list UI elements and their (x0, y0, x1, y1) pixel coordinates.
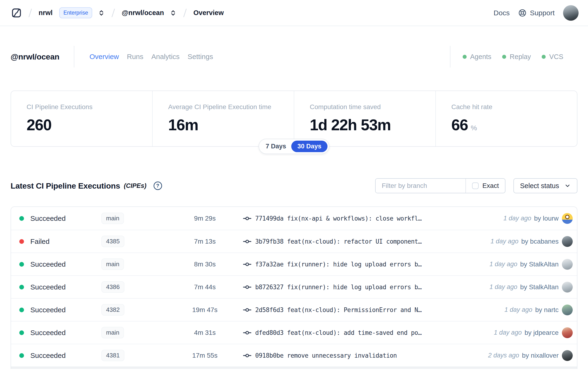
cipe-table: Succeeded main 9m 29s 771499dafix(nx-api… (11, 207, 577, 369)
branch-badge[interactable]: 4385 (101, 236, 124, 247)
workspace-header: @nrwl/ocean Overview Runs Analytics Sett… (11, 45, 577, 68)
git-commit-icon (243, 260, 252, 269)
author: by StalkAltan (520, 261, 559, 268)
status-label: Failed (30, 237, 101, 246)
exact-checkbox[interactable] (472, 183, 479, 189)
status-link-replay[interactable]: Replay (502, 53, 531, 61)
status-label: Succeeded (30, 214, 101, 223)
status-link-vcs[interactable]: VCS (542, 53, 563, 61)
status-select-button[interactable]: Select status (513, 178, 577, 193)
status-link-agents[interactable]: Agents (463, 53, 491, 61)
branch-filter-input[interactable] (376, 179, 465, 193)
table-row[interactable]: Succeeded 4381 17m 55s 0918b0beremove un… (11, 344, 577, 367)
workspace-switcher-icon[interactable] (170, 9, 177, 17)
commit-message[interactable]: dfed80d3feat(nx-cloud): add time-saved e… (255, 329, 494, 336)
table-row[interactable]: Failed 4385 7m 13s 3b79fb38feat(nx-cloud… (11, 230, 577, 252)
author-avatar[interactable] (562, 259, 573, 270)
commit-message[interactable]: 3b79fb38feat(nx-cloud): refactor UI comp… (255, 238, 491, 245)
author: by nixallover (522, 352, 559, 359)
replay-label: Replay (510, 53, 531, 61)
duration: 4m 31s (191, 329, 219, 337)
commit-meta: 1 day ago by jdpearce (494, 329, 559, 337)
user-avatar[interactable] (563, 5, 579, 21)
stat-label: Computation time saved (310, 103, 435, 111)
branch-badge[interactable]: 4381 (101, 350, 124, 361)
support-link[interactable]: Support (518, 9, 555, 17)
breadcrumb-page: Overview (193, 9, 224, 17)
org-switcher-icon[interactable] (98, 9, 105, 17)
range-30-days-button[interactable]: 30 Days (291, 141, 327, 152)
branch-badge[interactable]: main (101, 212, 124, 224)
branch-badge[interactable]: 4386 (101, 281, 124, 293)
author-avatar[interactable] (562, 236, 573, 247)
branch-badge[interactable]: main (101, 327, 124, 338)
main-content: @nrwl/ocean Overview Runs Analytics Sett… (0, 45, 588, 369)
replay-status-dot (502, 55, 506, 59)
range-7-days-button[interactable]: 7 Days (260, 141, 291, 152)
branch-badge[interactable]: main (101, 258, 124, 270)
stat-value: 1d 22h 53m (310, 116, 435, 134)
commit-meta: 1 day ago by nartc (505, 306, 559, 314)
commit-message[interactable]: 2d58f6d3feat(nx-cloud): PermissionError … (255, 306, 505, 313)
duration: 9m 29s (191, 215, 219, 222)
status-label: Succeeded (30, 260, 101, 268)
breadcrumb-workspace[interactable]: @nrwl/ocean (122, 9, 164, 17)
status-label: Succeeded (30, 352, 101, 360)
tab-analytics[interactable]: Analytics (152, 53, 180, 61)
table-row[interactable]: Succeeded 4382 19m 47s 2d58f6d3feat(nx-c… (11, 298, 577, 321)
duration: 7m 44s (191, 283, 219, 291)
time-ago: 1 day ago (490, 283, 517, 291)
docs-link[interactable]: Docs (494, 9, 510, 17)
exact-toggle: Exact (465, 179, 505, 193)
git-commit-icon (243, 214, 252, 223)
time-ago: 2 days ago (488, 352, 519, 359)
commit-message[interactable]: 0918b0beremove unnecessary invalidation (255, 352, 488, 359)
breadcrumb-org[interactable]: nrwl (38, 9, 53, 17)
tab-settings[interactable]: Settings (188, 53, 213, 61)
table-row[interactable]: Succeeded 4386 7m 44s b8726327fix(runner… (11, 275, 577, 298)
author-avatar[interactable] (562, 213, 573, 224)
author-avatar[interactable] (562, 304, 573, 315)
status-dot (19, 285, 24, 289)
author-avatar[interactable] (562, 327, 573, 338)
commit-message[interactable]: f37a32aefix(runner): hide log upload err… (255, 261, 490, 268)
table-row[interactable]: Succeeded main 8m 30s f37a32aefix(runner… (11, 252, 577, 275)
status-select-label: Select status (520, 182, 559, 190)
status-dot (19, 307, 24, 312)
author-avatar[interactable] (562, 350, 573, 361)
date-range-toggle: 7 Days 30 Days (259, 139, 329, 154)
table-row[interactable]: Succeeded main 4m 31s dfed80d3feat(nx-cl… (11, 321, 577, 344)
status-label: Succeeded (30, 283, 101, 291)
author: by StalkAltan (520, 283, 559, 291)
commit-message[interactable]: 771499dafix(nx-api & workflows): close w… (255, 215, 503, 222)
author-avatar[interactable] (562, 282, 573, 292)
branch-badge[interactable]: 4382 (101, 304, 124, 316)
time-ago: 1 day ago (503, 215, 531, 222)
author: by lourw (534, 215, 559, 222)
enterprise-badge: Enterprise (59, 7, 93, 18)
lifebuoy-icon (518, 9, 527, 17)
nx-cloud-logo-icon[interactable] (11, 7, 22, 18)
table-row[interactable]: Succeeded main 9m 29s 771499dafix(nx-api… (11, 207, 577, 230)
help-icon[interactable]: ? (153, 182, 162, 190)
time-ago: 1 day ago (505, 306, 532, 313)
agents-label: Agents (470, 53, 491, 61)
section-title: Latest CI Pipeline Executions (11, 181, 120, 190)
time-ago: 1 day ago (494, 329, 522, 336)
tab-overview[interactable]: Overview (89, 53, 119, 61)
stat-label: Cache hit rate (451, 103, 577, 111)
cipe-section-header: Latest CI Pipeline Executions (CIPEs) ? … (11, 178, 577, 193)
vcs-status-dot (542, 55, 546, 59)
section-title-suffix: (CIPEs) (124, 182, 147, 190)
tab-runs[interactable]: Runs (127, 53, 143, 61)
stat-value: 66% (451, 116, 577, 134)
commit-meta: 1 day ago by StalkAltan (490, 261, 559, 268)
status-label: Succeeded (30, 329, 101, 337)
status-dot (19, 262, 24, 267)
exact-label: Exact (482, 182, 499, 190)
commit-message[interactable]: b8726327fix(runner): hide log upload err… (255, 284, 490, 291)
support-label: Support (530, 9, 555, 17)
chevron-down-icon (564, 183, 571, 189)
duration: 8m 30s (191, 261, 219, 268)
status-dot (19, 330, 24, 335)
